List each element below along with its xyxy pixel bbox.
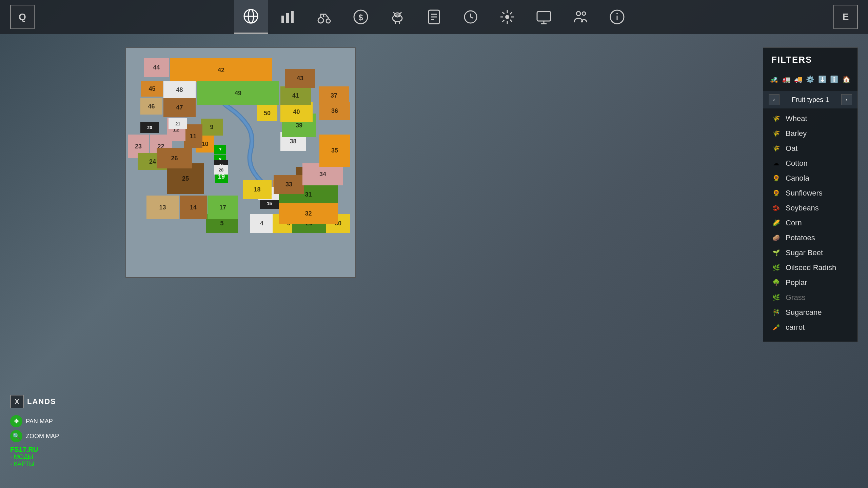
fruit-item-grass[interactable]: 🌿Grass (763, 290, 857, 305)
parcel-42[interactable]: 42 (170, 58, 272, 82)
filter-nav-prev[interactable]: ‹ (769, 94, 780, 105)
parcel-32[interactable]: 32 (279, 203, 338, 224)
maps-text: - КАРТЫ (10, 461, 59, 468)
fruit-item-barley[interactable]: 🌾Barley (763, 126, 857, 141)
nav-map[interactable] (234, 0, 268, 34)
filter-truck-icon[interactable]: 🚛 (782, 73, 790, 85)
filter-info-icon[interactable]: ℹ️ (830, 73, 839, 85)
parcel-43[interactable]: 43 (285, 69, 315, 88)
filters-panel: FILTERS 🚜 🚛 🚚 ⚙️ ⬇️ ℹ️ 🏠 ‹ Fruit types 1… (763, 47, 858, 342)
nav-workers[interactable] (564, 0, 597, 34)
fruit-item-canola[interactable]: 🌻Canola (763, 171, 857, 186)
parcel-50[interactable]: 50 (257, 105, 277, 121)
svg-point-6 (318, 18, 323, 23)
fruit-item-sugarcane[interactable]: 🎋Sugarcane (763, 305, 857, 320)
fruit-item-oilseed_radish[interactable]: 🌿Oilseed Radish (763, 260, 857, 275)
q-button[interactable]: Q (10, 5, 35, 29)
parcel-21[interactable]: 21 (169, 118, 187, 129)
globe-icon (243, 8, 259, 24)
fruit-item-corn[interactable]: 🌽Corn (763, 216, 857, 230)
parcel-33[interactable]: 33 (274, 175, 304, 194)
fruit-label-sugar_beet: Sugar Beet (786, 248, 823, 257)
filter-nav-label: Fruit types 1 (780, 96, 841, 104)
parcel-47[interactable]: 47 (163, 98, 196, 117)
info-icon (609, 9, 625, 25)
parcel-49[interactable]: 49 (197, 81, 279, 105)
fruit-item-poplar[interactable]: 🌳Poplar (763, 275, 857, 290)
fruit-label-canola: Canola (786, 174, 809, 183)
parcel-46[interactable]: 46 (140, 98, 162, 115)
e-button[interactable]: E (833, 5, 858, 29)
bottom-controls: X LANDS ✥ PAN MAP 🔍 ZOOM MAP FS17.RU - М… (10, 395, 59, 468)
fruit-icon-oilseed_radish: 🌿 (771, 263, 781, 272)
parcel-9[interactable]: 9 (201, 119, 223, 136)
fruit-icon-sunflowers: 🌻 (771, 188, 781, 198)
pan-icon: ✥ (10, 415, 22, 427)
fruit-label-poplar: Poplar (786, 278, 807, 287)
fruit-label-wheat: Wheat (786, 114, 807, 123)
parcel-20[interactable]: 20 (140, 122, 159, 133)
nav-log[interactable] (454, 0, 488, 34)
filter-gear-icon[interactable]: ⚙️ (806, 73, 814, 85)
fruit-item-sugar_beet[interactable]: 🌱Sugar Beet (763, 245, 857, 260)
fruit-item-oat[interactable]: 🌾Oat (763, 141, 857, 156)
cow-icon (389, 9, 406, 25)
parcel-28[interactable]: 28 (214, 165, 228, 175)
workers-icon (572, 9, 589, 25)
filter-nav-next[interactable]: › (841, 94, 852, 105)
filter-home-icon[interactable]: 🏠 (842, 73, 851, 85)
fruit-item-carrot[interactable]: 🥕carrot (763, 320, 857, 335)
fruit-label-oilseed_radish: Oilseed Radish (786, 263, 836, 272)
nav-vehicle[interactable] (307, 0, 341, 34)
parcel-4[interactable]: 4 (250, 214, 274, 233)
fruit-item-potatoes[interactable]: 🥔Potatoes (763, 230, 857, 245)
fruit-item-cotton[interactable]: ☁Cotton (763, 156, 857, 171)
fruit-label-oat: Oat (786, 144, 797, 153)
parcel-26[interactable]: 26 (157, 148, 192, 168)
parcel-44[interactable]: 44 (144, 58, 169, 77)
pan-label: PAN MAP (26, 418, 53, 425)
fruit-item-soybeans[interactable]: 🫘Soybeans (763, 201, 857, 216)
parcel-17[interactable]: 17 (208, 196, 238, 219)
filter-icons-row: 🚜 🚛 🚚 ⚙️ ⬇️ ℹ️ 🏠 (763, 70, 857, 91)
parcel-37[interactable]: 37 (319, 86, 349, 105)
svg-rect-4 (286, 13, 289, 23)
fruit-icon-poplar: 🌳 (771, 278, 781, 287)
filter-cart-icon[interactable]: 🚚 (794, 73, 803, 85)
fruit-label-corn: Corn (786, 219, 802, 227)
nav-money[interactable]: $ (344, 0, 378, 34)
parcel-41[interactable]: 41 (280, 86, 311, 105)
nav-animals[interactable] (380, 0, 414, 34)
nav-monitor[interactable] (527, 0, 561, 34)
parcel-48[interactable]: 48 (163, 81, 196, 98)
fruit-icon-grass: 🌿 (771, 293, 781, 302)
topbar-nav: $ (234, 0, 634, 34)
nav-stats[interactable] (271, 0, 304, 34)
fruit-label-sugarcane: Sugarcane (786, 308, 822, 317)
filter-download-icon[interactable]: ⬇️ (818, 73, 827, 85)
fruit-item-wheat[interactable]: 🌾Wheat (763, 111, 857, 126)
filter-tractor-icon[interactable]: 🚜 (770, 73, 778, 85)
parcel-35[interactable]: 35 (319, 135, 350, 167)
fruit-item-sunflowers[interactable]: 🌻Sunflowers (763, 186, 857, 201)
fruit-icon-potatoes: 🥔 (771, 233, 781, 243)
parcel-18[interactable]: 18 (243, 180, 272, 199)
parcel-7[interactable]: 7 (214, 145, 226, 154)
nav-info[interactable] (600, 0, 634, 34)
fruit-icon-corn: 🌽 (771, 218, 781, 228)
lands-button[interactable]: X LANDS (10, 395, 59, 408)
map-inner[interactable]: 2345678910111213141516171819202122232425… (126, 48, 355, 277)
fruit-icon-sugar_beet: 🌱 (771, 248, 781, 258)
svg-point-10 (393, 15, 402, 22)
fruit-icon-carrot: 🥕 (771, 323, 781, 332)
pan-map-control: ✥ PAN MAP (10, 415, 59, 427)
nav-equipment[interactable] (490, 0, 524, 34)
fruit-icon-soybeans: 🫘 (771, 203, 781, 213)
svg-point-29 (616, 13, 618, 14)
parcel-45[interactable]: 45 (141, 81, 163, 97)
fruit-icon-oat: 🌾 (771, 144, 781, 153)
nav-contracts[interactable] (417, 0, 451, 34)
parcel-13[interactable]: 13 (146, 196, 179, 219)
parcel-14[interactable]: 14 (180, 196, 207, 219)
fruit-list: 🌾Wheat🌾Barley🌾Oat☁Cotton🌻Canola🌻Sunflowe… (763, 111, 857, 335)
